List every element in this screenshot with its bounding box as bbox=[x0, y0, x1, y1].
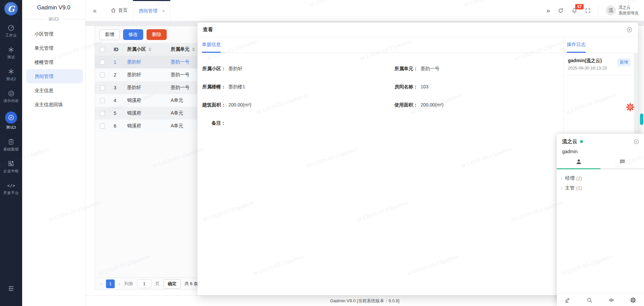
contact-group-supervisor[interactable]: › 主管 (1) bbox=[561, 183, 640, 193]
submenu-item-unit[interactable]: 单元管理 bbox=[22, 41, 85, 55]
chat-tabs-divider bbox=[557, 168, 644, 169]
row-checkbox[interactable] bbox=[100, 60, 105, 65]
delete-button[interactable]: 删除 bbox=[147, 29, 167, 40]
search-icon[interactable] bbox=[586, 297, 593, 303]
row-checkbox[interactable] bbox=[100, 98, 105, 103]
cell-id: 2 bbox=[110, 72, 126, 78]
top-header: « 首页 房间管理 × » 57 bbox=[86, 0, 644, 21]
add-button[interactable]: 新增 bbox=[100, 29, 120, 40]
tabs-collapse-icon[interactable]: « bbox=[93, 7, 97, 14]
tab-messages[interactable] bbox=[600, 158, 644, 168]
speaker-icon[interactable] bbox=[608, 297, 614, 303]
clipboard-icon bbox=[7, 138, 15, 145]
current-page-button[interactable]: 1 bbox=[106, 279, 115, 288]
cell-id: 1 bbox=[110, 59, 126, 65]
submenu-item-building[interactable]: 楼幢管理 bbox=[22, 55, 85, 69]
modal-close-icon[interactable] bbox=[626, 27, 633, 33]
sidebar-item-demo-content[interactable]: 演示内容 bbox=[0, 90, 22, 103]
field-unit: 所属单元：墨韵一号 bbox=[390, 66, 564, 72]
row-checkbox[interactable] bbox=[100, 111, 105, 116]
column-header-id: ID bbox=[110, 47, 126, 52]
field-building-area: 建筑面积：200.00(m²) bbox=[198, 102, 390, 108]
prev-page-icon[interactable]: ‹ bbox=[100, 281, 102, 287]
next-page-icon[interactable]: › bbox=[119, 281, 120, 287]
column-header-community: 所属小区 bbox=[126, 46, 170, 52]
sidebar-item-test2[interactable]: 测试2 bbox=[0, 68, 22, 82]
chat-bubble-icon bbox=[619, 158, 626, 165]
person-icon bbox=[575, 158, 582, 165]
gear-icon[interactable] bbox=[630, 297, 636, 303]
page-unit-label: 页 bbox=[155, 281, 160, 287]
tab-label: 房间管理 bbox=[139, 8, 157, 14]
chat-panel: 流之云 gadmin › 经理 (2) › 主管 (1) bbox=[557, 134, 644, 306]
row-checkbox[interactable] bbox=[100, 73, 105, 78]
sidebar-item-enterprise-hub[interactable]: 企业中枢 bbox=[0, 160, 22, 174]
sidebar-item-dev-platform[interactable]: </> 开发平台 bbox=[0, 182, 22, 195]
chat-close-icon[interactable] bbox=[633, 139, 639, 145]
sidebar-item-test3[interactable]: 测试3 bbox=[0, 112, 22, 130]
submenu-item-room[interactable]: 房间管理 bbox=[26, 69, 83, 83]
edit-button[interactable]: 修改 bbox=[123, 29, 143, 40]
user-menu[interactable]: 流 流之云 系统管理员 bbox=[606, 5, 639, 16]
sidebar-item-workbench[interactable]: 工作台 bbox=[0, 24, 22, 38]
primary-sidebar: G 工作台 测试 测试2 演示内容 bbox=[0, 0, 22, 306]
submenu-item-owner-backfill[interactable]: 业主信息回填 bbox=[22, 97, 85, 112]
select-all-checkbox[interactable] bbox=[100, 47, 105, 52]
header-divider bbox=[598, 6, 598, 15]
field-usable-area: 使用面积：200.00(m²) bbox=[390, 102, 564, 108]
row-checkbox[interactable] bbox=[100, 85, 105, 90]
chevron-right-icon: › bbox=[561, 175, 562, 181]
secondary-sidebar: Gadmin V9.0 测试3 小区管理 单元管理 楼幢管理 房间管理 业主信息… bbox=[22, 0, 86, 306]
fullscreen-icon[interactable] bbox=[585, 8, 591, 13]
log-action-badge: 新增 bbox=[617, 58, 631, 66]
confirm-page-button[interactable]: 确定 bbox=[164, 279, 180, 289]
tab-operation-log[interactable]: 操作日志 bbox=[567, 42, 586, 53]
panel-expand-icon[interactable]: » bbox=[546, 7, 550, 14]
contact-group-manager[interactable]: › 经理 (2) bbox=[561, 173, 640, 183]
field-community: 所属小区：墨韵轩 bbox=[198, 66, 390, 72]
grid-icon bbox=[7, 160, 15, 167]
chat-title: 流之云 bbox=[562, 138, 577, 145]
user-role: 系统管理员 bbox=[619, 10, 639, 16]
submenu-item-community[interactable]: 小区管理 bbox=[22, 27, 85, 41]
theme-settings-gear-icon[interactable] bbox=[626, 103, 635, 112]
code-icon: </> bbox=[7, 182, 15, 189]
compass-icon bbox=[5, 112, 17, 124]
tab-home[interactable]: 首页 bbox=[105, 0, 133, 21]
snowflake-icon bbox=[7, 46, 15, 53]
signature-pencil-icon[interactable] bbox=[565, 297, 571, 303]
total-count-label: 共 6 条 bbox=[184, 281, 198, 287]
sidebar-item-label: 测试2 bbox=[6, 77, 16, 82]
modal-header: 查看 bbox=[198, 23, 638, 37]
tab-contacts[interactable] bbox=[557, 158, 600, 168]
refresh-icon[interactable] bbox=[557, 7, 564, 14]
notifications-bell-icon[interactable]: 57 bbox=[571, 7, 578, 14]
avatar: 流 bbox=[606, 5, 616, 15]
tab-room-management[interactable]: 房间管理 × bbox=[133, 0, 170, 21]
sort-icon[interactable] bbox=[149, 47, 151, 51]
sidebar-item-label: 企业中枢 bbox=[3, 169, 19, 174]
user-name: 流之云 bbox=[619, 5, 639, 10]
app-logo: G bbox=[4, 2, 18, 15]
field-remark: 备注： bbox=[198, 120, 390, 126]
log-entry: gadmin(流之云) 2025-09-30 16:13:23 新增 bbox=[564, 53, 638, 76]
sidebar-item-base-data[interactable]: 基础数据 bbox=[0, 138, 22, 152]
submenu-item-owner-info[interactable]: 业主信息 bbox=[22, 83, 85, 97]
sidebar-item-test[interactable]: 测试 bbox=[0, 46, 22, 60]
sidebar-collapse-icon[interactable] bbox=[7, 285, 15, 293]
sidebar-item-label: 工作台 bbox=[5, 33, 17, 38]
field-building: 所属楼幢：墨韵楼1 bbox=[198, 84, 390, 90]
chevron-right-icon: › bbox=[561, 185, 562, 191]
notification-badge: 57 bbox=[575, 4, 584, 9]
tab-document-info[interactable]: 单据信息 bbox=[202, 42, 221, 53]
cell-id: 6 bbox=[110, 123, 126, 129]
page-input[interactable] bbox=[137, 279, 151, 288]
cell-community-link[interactable]: 墨韵轩 bbox=[126, 59, 170, 65]
modal-title: 查看 bbox=[203, 27, 213, 33]
sidebar-item-label: 测试3 bbox=[6, 125, 16, 130]
row-checkbox[interactable] bbox=[100, 124, 105, 129]
sort-icon[interactable] bbox=[192, 47, 195, 51]
page-scrollbar-thumb[interactable] bbox=[640, 114, 643, 125]
gauge-icon bbox=[7, 24, 15, 32]
tab-close-icon[interactable]: × bbox=[162, 8, 165, 14]
